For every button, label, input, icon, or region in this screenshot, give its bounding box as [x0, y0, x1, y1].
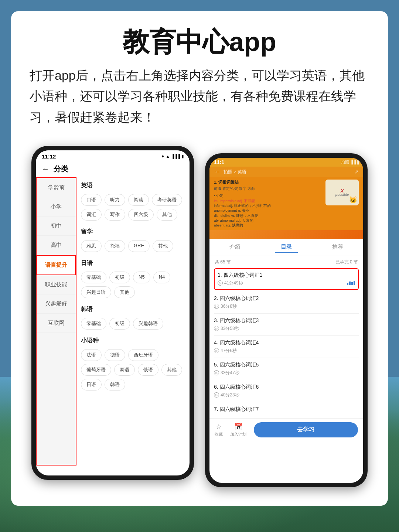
play-icon-1: ▷: [218, 280, 223, 286]
menu-item-hobby[interactable]: 兴趣爱好: [37, 294, 76, 314]
tag-listening[interactable]: 听力: [105, 194, 125, 206]
lesson-item-3[interactable]: 3. 四六级核心词汇3 ▷ 33分58秒: [214, 314, 359, 336]
duration-text-6: 40分23秒: [221, 392, 239, 398]
phones-container: 11:12 ✦ ▲ ▐▐▐ ▮ ← 分类: [30, 146, 369, 487]
duration-text-3: 33分58秒: [221, 325, 239, 332]
tag-reading[interactable]: 阅读: [128, 194, 149, 206]
tag-portuguese[interactable]: 葡萄牙语: [81, 364, 111, 376]
right-category-content: 英语 口语 听力 阅读 考研英语 词汇 写作 四六级 其他: [76, 177, 190, 466]
tag-other-en[interactable]: 其他: [157, 209, 177, 221]
tag-japanese2[interactable]: 日语: [81, 379, 102, 391]
share-icon[interactable]: ↗: [354, 169, 359, 175]
plan-label: 加入计划: [230, 432, 246, 437]
menu-item-high[interactable]: 高中: [37, 236, 76, 255]
completed-lessons: 已学完 0 节: [335, 259, 358, 265]
vocab-item-4: unemployment n. 失业: [214, 208, 322, 213]
tag-thai[interactable]: 泰语: [114, 364, 135, 376]
back-button-1[interactable]: ←: [42, 165, 49, 173]
lesson-item-5[interactable]: 5. 四六级核心词汇5 ▷ 33分47秒: [214, 358, 359, 380]
lesson-title-header: 1. 词根词缀法: [214, 180, 322, 185]
tag-cet[interactable]: 四六级: [128, 209, 154, 221]
bar-chart-1: [347, 281, 355, 285]
tab-recommend[interactable]: 推荐: [326, 242, 349, 253]
menu-item-preschool[interactable]: 学龄前: [37, 178, 76, 197]
vocab-item-2: im- impossible adj. 不可能: [214, 198, 322, 203]
collect-icon: ☆: [216, 423, 222, 431]
tag-korean2[interactable]: 韩语: [105, 379, 125, 391]
tag-russian[interactable]: 俄语: [138, 364, 158, 376]
lesson-duration-1: ▷ 41分49秒: [218, 280, 355, 286]
tag-german[interactable]: 德语: [105, 349, 125, 361]
lesson-title-7: 7. 四六级核心词汇7: [214, 406, 359, 413]
lesson-title-6: 6. 四六级核心词汇6: [214, 384, 359, 391]
menu-item-internet[interactable]: 互联网: [37, 314, 76, 333]
tag-writing[interactable]: 写作: [105, 209, 125, 221]
go-study-button[interactable]: 去学习: [254, 422, 358, 437]
phone-category: 11:12 ✦ ▲ ▐▐▐ ▮ ← 分类: [31, 146, 194, 480]
lesson-subtitle: 前缀 肯定/否定 数字 方向: [214, 186, 322, 191]
collect-action[interactable]: ☆ 收藏: [215, 423, 223, 437]
tag-gre[interactable]: GRE: [128, 240, 150, 252]
duration-text-5: 33分47秒: [221, 370, 239, 376]
breadcrumb: 拍照 > 英语: [224, 169, 246, 175]
menu-item-primary[interactable]: 小学: [37, 197, 76, 216]
duration-text-2: 36分8秒: [221, 303, 237, 310]
vocab-item-6: ab- abnormal adj. 反常的: [214, 218, 322, 223]
section-title-japanese: 日语: [81, 259, 185, 267]
lesson-duration-5: ▷ 33分47秒: [214, 370, 359, 376]
tag-jp-fun[interactable]: 兴趣日语: [81, 286, 111, 298]
lesson-item-6[interactable]: 6. 四六级核心词汇6 ▷ 40分23秒: [214, 380, 359, 402]
tag-vocab[interactable]: 词汇: [81, 209, 102, 221]
tag-kr-basic[interactable]: 初级: [109, 318, 130, 330]
tab-toc[interactable]: 目录: [275, 242, 298, 253]
tag-kr-beginner[interactable]: 零基础: [81, 318, 106, 330]
lesson-item-7[interactable]: 7. 四六级核心词汇7: [214, 402, 359, 418]
tag-ielts[interactable]: 雅思: [81, 240, 102, 252]
tag-n5[interactable]: N5: [133, 272, 150, 283]
tag-other-minor[interactable]: 其他: [161, 364, 182, 376]
tag-other-abroad[interactable]: 其他: [153, 240, 173, 252]
tag-other-jp[interactable]: 其他: [114, 286, 135, 298]
tag-kr-fun[interactable]: 兴趣韩语: [133, 318, 163, 330]
tag-postgrad[interactable]: 考研英语: [152, 194, 182, 206]
section-japanese: 日语 零基础 初级 N5 N4 兴趣日语 其他: [81, 259, 185, 298]
menu-item-middle[interactable]: 初中: [37, 216, 76, 236]
tag-toefl[interactable]: 托福: [105, 240, 125, 252]
play-icon-5: ▷: [214, 370, 219, 375]
section-title-english: 英语: [81, 182, 185, 190]
play-icon-2: ▷: [214, 304, 219, 309]
tag-jp-basic[interactable]: 初级: [109, 272, 130, 283]
section-english: 英语 口语 听力 阅读 考研英语 词汇 写作 四六级 其他: [81, 182, 185, 221]
minor-tags: 法语 德语 西班牙语 葡萄牙语 泰语 俄语 其他 日语 韩语: [81, 349, 185, 391]
vocab-item-3: informal adj. 非正式的；不拘礼节的: [214, 203, 322, 208]
tag-n4[interactable]: N4: [153, 272, 171, 283]
abroad-tags: 雅思 托福 GRE 其他: [81, 240, 185, 252]
status-icons-1: ✦ ▲ ▐▐▐ ▮: [161, 154, 184, 159]
status-2: 拍照 ▐▐▐: [341, 159, 359, 165]
back-button-2[interactable]: ←: [214, 168, 221, 176]
plan-action[interactable]: 📅 加入计划: [230, 423, 246, 437]
tab-intro[interactable]: 介绍: [224, 242, 246, 253]
play-icon-6: ▷: [214, 392, 219, 398]
section-title-korean: 韩语: [81, 306, 185, 313]
section-minor-lang: 小语种 法语 德语 西班牙语 葡萄牙语 泰语 俄语 其他 日语 韩语: [81, 337, 185, 391]
tag-speaking[interactable]: 口语: [81, 194, 102, 206]
tag-jp-beginner[interactable]: 零基础: [81, 272, 106, 283]
phone2-screen: 11:1 拍照 ▐▐▐ ← 拍照 > 英语 ↗ 1. 词根词缀法 前缀 肯定/否…: [209, 158, 363, 483]
lesson-item-4[interactable]: 4. 四六级核心词汇4 ▷ 47分6秒: [214, 336, 359, 358]
lesson-duration-2: ▷ 36分8秒: [214, 303, 359, 310]
battery-icon: ▮: [181, 154, 184, 159]
vocab-list: • 否定 im- impossible adj. 不可能 informal ad…: [214, 193, 322, 228]
signal-icon: ▐▐▐: [171, 154, 180, 158]
tag-spanish[interactable]: 西班牙语: [128, 349, 158, 361]
lesson-duration-6: ▷ 40分23秒: [214, 392, 359, 398]
duration-text-4: 47分6秒: [221, 348, 237, 354]
menu-item-career[interactable]: 职业技能: [37, 275, 76, 294]
section-title-abroad: 留学: [81, 228, 185, 236]
course-tabs: 介绍 目录 推荐: [209, 239, 363, 256]
bluetooth-icon: ✦: [161, 154, 164, 159]
lesson-item-2[interactable]: 2. 四六级核心词汇2 ▷ 36分8秒: [214, 291, 359, 314]
lesson-item-1[interactable]: 1. 四六级核心词汇1 ▷ 41分49秒: [214, 268, 359, 290]
tag-french[interactable]: 法语: [81, 349, 102, 361]
menu-item-language[interactable]: 语言提升: [37, 255, 76, 275]
